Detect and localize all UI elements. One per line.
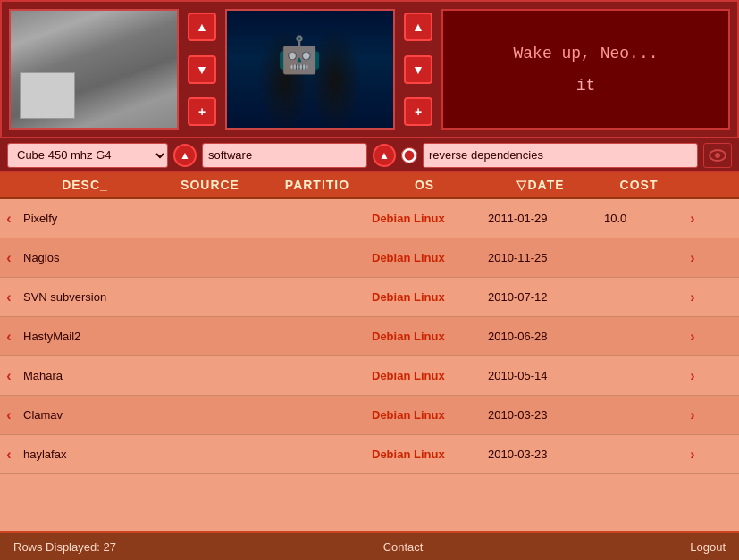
td-partition [268,333,366,340]
col-nav-left [0,172,18,197]
nav-right[interactable]: › [679,247,706,270]
td-source [152,294,268,301]
td-date: 2011-01-29 [483,208,599,229]
table-row: ‹ SVN subversion Debian Linux 2010-07-12… [0,278,739,317]
nav-right[interactable]: › [679,404,706,427]
td-desc: Pixelfy [18,208,152,229]
center-image [225,9,395,130]
nav-left[interactable]: ‹ [0,247,18,270]
td-source [152,412,268,419]
td-os: Debian Linux [366,405,483,425]
center-add-btn[interactable]: + [404,97,432,126]
col-date: ▽DATE [483,172,599,197]
nav-left[interactable]: ‹ [0,286,18,309]
terminal-line1: Wake up, Neo... [513,45,658,63]
nav-left[interactable]: ‹ [0,364,18,388]
left-down-btn[interactable]: ▼ [188,55,216,84]
nav-right[interactable]: › [679,286,706,309]
center-image-controls: ▲ ▼ + [400,9,436,130]
col-desc: DESC_ [18,172,152,197]
machine-search-btn[interactable]: ▲ [173,144,197,167]
td-partition [268,412,366,419]
td-os: Debian Linux [366,326,483,347]
td-os: Debian Linux [366,287,483,307]
center-down-btn[interactable]: ▼ [404,55,432,84]
td-cost [599,255,679,262]
left-add-btn[interactable]: + [188,97,216,126]
left-up-btn[interactable]: ▲ [188,13,216,41]
td-date: 2010-11-25 [483,247,599,268]
td-date: 2010-07-12 [483,287,599,307]
top-bar: ▲ ▼ + ▲ ▼ + Wake up, Neo... it [0,0,739,138]
table-row: ‹ Clamav Debian Linux 2010-03-23 › [0,396,739,435]
td-cost [599,333,679,340]
eye-btn[interactable] [703,143,732,168]
table-row: ‹ HastyMail2 Debian Linux 2010-06-28 › [0,317,739,356]
nav-left[interactable]: ‹ [0,443,18,466]
table-header: DESC_ SOURCE PARTITIO OS ▽DATE COST [0,172,739,199]
search-input[interactable] [202,143,367,168]
nav-right[interactable]: › [679,364,706,388]
col-nav-right [679,172,706,197]
eye-icon [709,149,726,162]
terminal-panel: Wake up, Neo... it [441,9,730,130]
table-row: ‹ Nagios Debian Linux 2010-11-25 › [0,238,739,278]
td-desc: Clamav [18,405,152,425]
td-cost [599,451,679,458]
td-date: 2010-03-23 [483,405,599,425]
td-os: Debian Linux [366,247,483,268]
td-desc: haylafax [18,444,152,464]
dep-input[interactable] [423,143,698,168]
col-partition: PARTITIO [268,172,366,197]
nav-left[interactable]: ‹ [0,325,18,348]
td-os: Debian Linux [366,208,483,229]
nav-right[interactable]: › [679,207,706,230]
filter-radio[interactable] [401,147,417,163]
left-image [9,9,179,130]
td-desc: Mahara [18,365,152,386]
center-up-btn[interactable]: ▲ [404,13,432,41]
td-desc: Nagios [18,247,152,268]
td-date: 2010-05-14 [483,365,599,386]
nav-right[interactable]: › [679,443,706,466]
footer: Rows Displayed: 27 Contact Logout [0,531,739,560]
table-body: ‹ Pixelfy Debian Linux 2011-01-29 10.0 ›… [0,199,739,531]
col-os: OS [366,172,483,197]
td-os: Debian Linux [366,365,483,386]
contact-link[interactable]: Contact [383,540,424,554]
nav-left[interactable]: ‹ [0,207,18,230]
left-image-content [11,11,177,128]
td-partition [268,372,366,380]
table-row: ‹ Mahara Debian Linux 2010-05-14 › [0,356,739,396]
filter-bar: Cube 450 mhz G4Mac ProiMacPowerBook ▲ ▲ [0,138,739,172]
td-desc: HastyMail2 [18,326,152,347]
td-source [152,451,268,458]
nav-right[interactable]: › [679,325,706,348]
search-btn[interactable]: ▲ [373,144,396,167]
td-os: Debian Linux [366,444,483,464]
td-cost [599,412,679,419]
logout-btn[interactable]: Logout [690,540,726,554]
td-date: 2010-06-28 [483,326,599,347]
table-row: ‹ haylafax Debian Linux 2010-03-23 › [0,435,739,474]
td-source [152,255,268,262]
nav-left[interactable]: ‹ [0,404,18,427]
td-cost [599,372,679,380]
td-source [152,333,268,340]
td-cost: 10.0 [599,208,679,229]
td-source [152,372,268,380]
machine-select[interactable]: Cube 450 mhz G4Mac ProiMacPowerBook [7,143,168,168]
rows-count: Rows Displayed: 27 [13,540,116,554]
center-image-content [227,11,393,128]
col-cost: COST [599,172,679,197]
col-source: SOURCE [152,172,268,197]
table-row: ‹ Pixelfy Debian Linux 2011-01-29 10.0 › [0,199,739,238]
svg-point-1 [715,153,720,158]
td-partition [268,215,366,222]
td-partition [268,451,366,458]
td-source [152,215,268,222]
td-cost [599,294,679,301]
terminal-line2: it [576,77,596,95]
td-date: 2010-03-23 [483,444,599,464]
td-desc: SVN subversion [18,287,152,307]
